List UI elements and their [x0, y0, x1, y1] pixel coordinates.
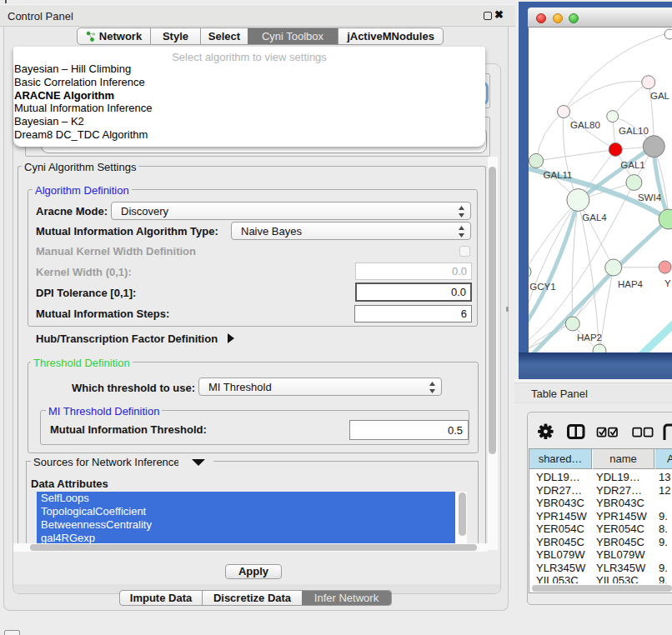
- svg-text:GAL10: GAL10: [619, 126, 649, 136]
- svg-text:GCY1: GCY1: [529, 282, 555, 292]
- svg-text:SWI4: SWI4: [638, 192, 662, 202]
- svg-text:HAP4: HAP4: [618, 279, 644, 289]
- svg-text:HAP2: HAP2: [577, 332, 602, 342]
- svg-text:GAL1: GAL1: [620, 160, 644, 170]
- svg-text:GAL11: GAL11: [544, 170, 573, 180]
- svg-text:GAL4: GAL4: [582, 212, 607, 222]
- svg-text:GAL80: GAL80: [570, 120, 600, 130]
- svg-text:Y: Y: [664, 278, 671, 288]
- svg-text:GAL: GAL: [650, 91, 670, 101]
